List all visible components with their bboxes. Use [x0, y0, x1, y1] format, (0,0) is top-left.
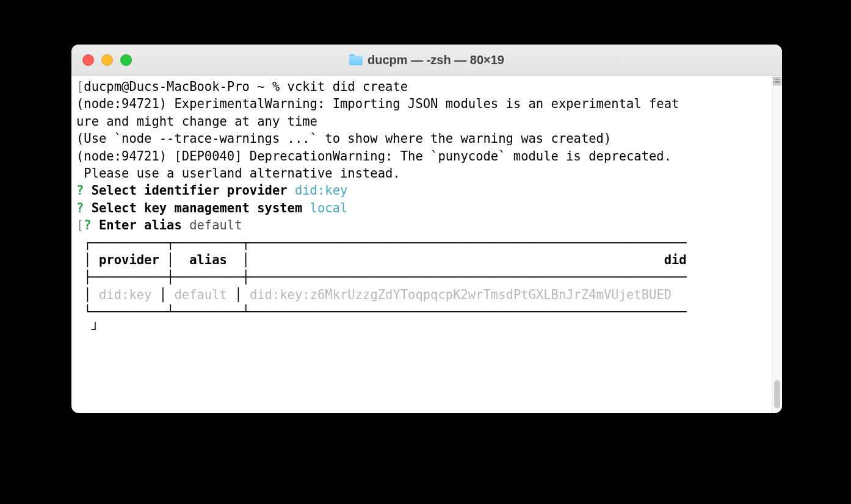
window-title: ducpm — -zsh — 80×19: [71, 53, 782, 67]
titlebar: ducpm — -zsh — 80×19: [71, 45, 782, 76]
zoom-button[interactable]: [120, 54, 132, 66]
scroll-marker-icon[interactable]: [773, 77, 781, 85]
prompt-open-bracket: [: [76, 79, 84, 94]
table-cell-provider: did:key: [99, 287, 151, 302]
warning-line-3a: (node:94721) [DEP0040] DeprecationWarnin…: [76, 149, 672, 164]
terminal-output[interactable]: [ducpm@Ducs-MacBook-Pro ~ % vckit did cr…: [71, 76, 772, 413]
minimize-button[interactable]: [101, 54, 113, 66]
shell-prompt: ducpm@Ducs-MacBook-Pro ~ %: [84, 79, 287, 94]
warning-line-3b: Please use a userland alternative instea…: [76, 166, 400, 181]
prompt-label-kms: Select key management system: [84, 201, 310, 215]
table-sep-2: │: [227, 287, 250, 302]
table-border-top: ┌──────────┬─────────┬──────────────────…: [76, 236, 687, 250]
content-area: [ducpm@Ducs-MacBook-Pro ~ % vckit did cr…: [71, 76, 782, 413]
scrollbar-thumb[interactable]: [774, 380, 780, 408]
prompt-question-mark-3: ?: [84, 218, 91, 232]
table-border-mid: ├──────────┼─────────┼──────────────────…: [76, 270, 687, 284]
scrollbar-track[interactable]: [772, 76, 782, 413]
window-title-text: ducpm — -zsh — 80×19: [368, 53, 504, 67]
warning-line-2: (Use `node --trace-warnings ...` to show…: [76, 131, 611, 146]
warning-line-1b: ure and might change at any time: [76, 114, 317, 129]
warning-line-1a: (node:94721) ExperimentalWarning: Import…: [76, 96, 679, 111]
terminal-window: ducpm — -zsh — 80×19 [ducpm@Ducs-MacBook…: [71, 45, 782, 413]
table-cell-alias: default: [174, 287, 226, 302]
prompt-label-alias: Enter alias: [92, 218, 189, 232]
close-button[interactable]: [82, 54, 94, 66]
prompt-answer-provider: did:key: [295, 183, 347, 198]
prompt-open-bracket-2: [: [76, 218, 84, 232]
table-row-left: │: [76, 287, 99, 302]
command-text: vckit did create: [288, 79, 408, 94]
folder-icon: [349, 54, 363, 65]
prompt-question-mark-1: ?: [76, 183, 84, 198]
prompt-question-mark-2: ?: [76, 201, 84, 215]
traffic-lights: [82, 54, 132, 66]
table-tail: ┘: [76, 322, 99, 337]
table-border-bottom: └──────────┴─────────┴──────────────────…: [76, 304, 687, 319]
table-cell-did: did:key:z6MkrUzzgZdYToqpqcpK2wrTmsdPtGXL…: [250, 287, 672, 302]
prompt-answer-kms: local: [310, 201, 348, 215]
table-header-row: │ provider │ alias │ did: [76, 253, 687, 267]
prompt-label-provider: Select identifier provider: [84, 183, 295, 198]
table-sep-1: │: [151, 287, 174, 302]
prompt-answer-alias: default: [189, 218, 242, 232]
